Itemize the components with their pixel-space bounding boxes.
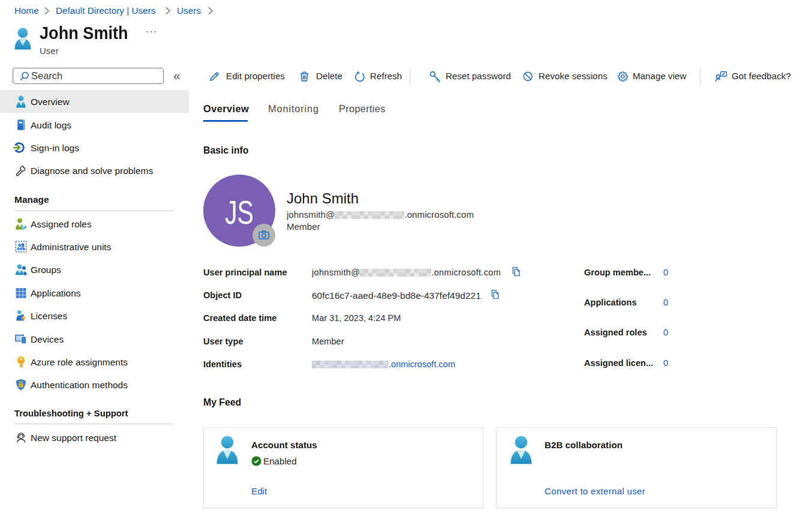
svg-text:Default Directory | Users: Default Directory | Users — [56, 5, 156, 16]
svg-text:Home: Home — [14, 5, 39, 16]
svg-text:Users: Users — [177, 5, 201, 16]
